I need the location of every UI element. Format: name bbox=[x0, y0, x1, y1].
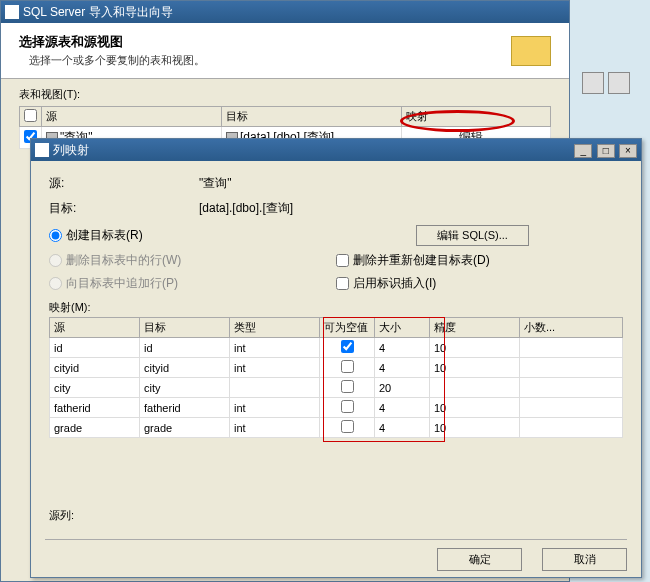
target-label: 目标: bbox=[49, 200, 199, 217]
source-value: "查询" bbox=[199, 175, 623, 192]
mapping-row[interactable]: ididint410 bbox=[50, 338, 623, 358]
wizard-header-title: 选择源表和源视图 bbox=[19, 33, 511, 51]
identity-insert-label: 启用标识插入(I) bbox=[353, 275, 436, 292]
cell-nullable[interactable] bbox=[320, 378, 375, 398]
maximize-button[interactable]: □ bbox=[597, 144, 615, 158]
cancel-button[interactable]: 取消 bbox=[542, 548, 627, 571]
nullable-checkbox[interactable] bbox=[341, 380, 354, 393]
cell-precision[interactable]: 10 bbox=[430, 358, 520, 378]
col-checkbox[interactable] bbox=[20, 107, 42, 127]
cell-target[interactable]: grade bbox=[140, 418, 230, 438]
cell-source: fatherid bbox=[50, 398, 140, 418]
append-rows-label: 向目标表中追加行(P) bbox=[66, 275, 178, 292]
cell-source: cityid bbox=[50, 358, 140, 378]
dialog-icon bbox=[35, 143, 49, 157]
select-all-checkbox[interactable] bbox=[24, 109, 37, 122]
cell-precision[interactable]: 10 bbox=[430, 418, 520, 438]
mcol-source: 源 bbox=[50, 318, 140, 338]
dialog-titlebar[interactable]: 列映射 _ □ × bbox=[31, 139, 641, 161]
mcol-type: 类型 bbox=[230, 318, 320, 338]
target-value: [data].[dbo].[查询] bbox=[199, 200, 623, 217]
edit-sql-button[interactable]: 编辑 SQL(S)... bbox=[416, 225, 529, 246]
cell-scale[interactable] bbox=[520, 358, 623, 378]
mcol-size: 大小 bbox=[375, 318, 430, 338]
append-rows-radio bbox=[49, 277, 62, 290]
cell-target[interactable]: id bbox=[140, 338, 230, 358]
delete-rows-label: 删除目标表中的行(W) bbox=[66, 252, 181, 269]
wizard-header-subtitle: 选择一个或多个要复制的表和视图。 bbox=[29, 53, 511, 68]
tables-views-label: 表和视图(T): bbox=[19, 87, 551, 102]
delete-rows-radio bbox=[49, 254, 62, 267]
col-mapping: 映射 bbox=[402, 107, 551, 127]
wizard-title: SQL Server 导入和导出向导 bbox=[23, 4, 173, 21]
cell-scale[interactable] bbox=[520, 378, 623, 398]
drop-recreate-label: 删除并重新创建目标表(D) bbox=[353, 252, 490, 269]
col-target: 目标 bbox=[222, 107, 402, 127]
mapping-row[interactable]: fatheridfatheridint410 bbox=[50, 398, 623, 418]
cell-type[interactable]: int bbox=[230, 338, 320, 358]
ok-button[interactable]: 确定 bbox=[437, 548, 522, 571]
cell-size[interactable]: 4 bbox=[375, 398, 430, 418]
nullable-checkbox[interactable] bbox=[341, 420, 354, 433]
cell-size[interactable]: 4 bbox=[375, 418, 430, 438]
mcol-target: 目标 bbox=[140, 318, 230, 338]
cell-source: city bbox=[50, 378, 140, 398]
create-table-radio[interactable] bbox=[49, 229, 62, 242]
nullable-checkbox[interactable] bbox=[341, 360, 354, 373]
nullable-checkbox[interactable] bbox=[341, 400, 354, 413]
cell-nullable[interactable] bbox=[320, 418, 375, 438]
cell-scale[interactable] bbox=[520, 338, 623, 358]
cell-precision[interactable] bbox=[430, 378, 520, 398]
cell-source: id bbox=[50, 338, 140, 358]
cell-scale[interactable] bbox=[520, 418, 623, 438]
mapping-grid-label: 映射(M): bbox=[49, 300, 623, 315]
cell-type[interactable]: int bbox=[230, 398, 320, 418]
app-icon bbox=[5, 5, 19, 19]
cell-type[interactable]: int bbox=[230, 418, 320, 438]
mcol-precision: 精度 bbox=[430, 318, 520, 338]
cell-precision[interactable]: 10 bbox=[430, 398, 520, 418]
minimize-button[interactable]: _ bbox=[574, 144, 592, 158]
drop-recreate-checkbox[interactable] bbox=[336, 254, 349, 267]
mapping-row[interactable]: gradegradeint410 bbox=[50, 418, 623, 438]
mcol-nullable: 可为空值 bbox=[320, 318, 375, 338]
nullable-checkbox[interactable] bbox=[341, 340, 354, 353]
col-source: 源 bbox=[42, 107, 222, 127]
cell-type[interactable]: int bbox=[230, 358, 320, 378]
close-button[interactable]: × bbox=[619, 144, 637, 158]
cell-size[interactable]: 4 bbox=[375, 338, 430, 358]
cell-target[interactable]: city bbox=[140, 378, 230, 398]
cell-size[interactable]: 20 bbox=[375, 378, 430, 398]
cell-nullable[interactable] bbox=[320, 338, 375, 358]
cell-target[interactable]: fatherid bbox=[140, 398, 230, 418]
cell-target[interactable]: cityid bbox=[140, 358, 230, 378]
cell-scale[interactable] bbox=[520, 398, 623, 418]
dialog-title: 列映射 bbox=[53, 142, 89, 159]
create-table-label: 创建目标表(R) bbox=[66, 227, 143, 244]
mapping-grid[interactable]: 源 目标 类型 可为空值 大小 精度 小数... ididint410cityi… bbox=[49, 317, 623, 438]
cell-type[interactable] bbox=[230, 378, 320, 398]
source-label: 源: bbox=[49, 175, 199, 192]
column-mapping-dialog: 列映射 _ □ × 源: "查询" 目标: [data].[dbo].[查询] … bbox=[30, 138, 642, 578]
cell-precision[interactable]: 10 bbox=[430, 338, 520, 358]
wizard-header-icon bbox=[511, 36, 551, 66]
source-column-label: 源列: bbox=[49, 508, 623, 523]
wizard-titlebar[interactable]: SQL Server 导入和导出向导 bbox=[1, 1, 569, 23]
cell-size[interactable]: 4 bbox=[375, 358, 430, 378]
mcol-scale: 小数... bbox=[520, 318, 623, 338]
mapping-row[interactable]: cityidcityidint410 bbox=[50, 358, 623, 378]
wizard-header: 选择源表和源视图 选择一个或多个要复制的表和视图。 bbox=[1, 23, 569, 79]
cell-source: grade bbox=[50, 418, 140, 438]
cell-nullable[interactable] bbox=[320, 358, 375, 378]
cell-nullable[interactable] bbox=[320, 398, 375, 418]
identity-insert-checkbox[interactable] bbox=[336, 277, 349, 290]
mapping-row[interactable]: citycity20 bbox=[50, 378, 623, 398]
